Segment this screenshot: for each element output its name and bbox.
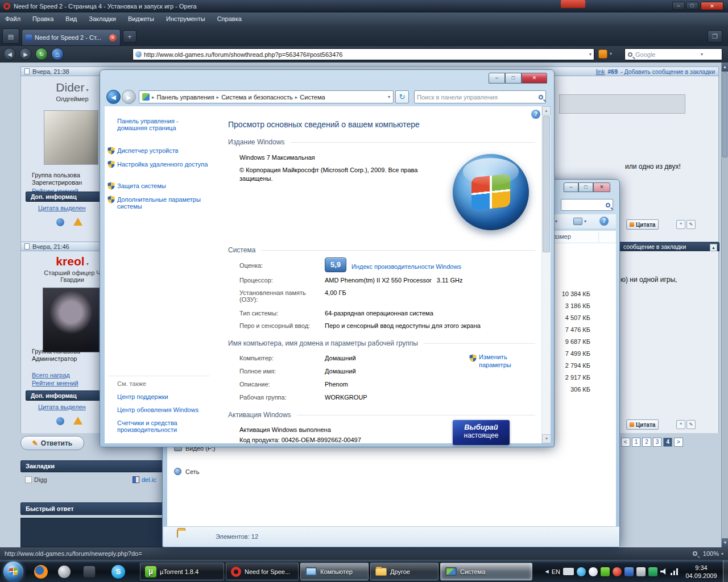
sidebar-item-control-panel-home[interactable]: Панель управления - домашняя страница [117,118,205,131]
column-divider[interactable] [598,232,599,242]
tray-icon[interactable] [636,567,646,576]
zoom-icon[interactable] [693,551,697,556]
rss-dropdown-icon[interactable]: ▾ [610,51,612,56]
prev-page-button[interactable]: < [621,438,630,447]
multiquote-icon[interactable]: ❝ [676,220,685,229]
menu-item-tools[interactable]: Инструменты [161,13,210,26]
help-button[interactable]: ? [531,110,540,119]
skype-icon[interactable] [111,565,125,579]
hidden-icons-button[interactable]: ◀ [545,569,549,574]
scrollbar-thumb[interactable] [543,116,550,252]
chevron-right-icon[interactable]: ▸ [217,94,220,100]
address-input[interactable] [144,51,587,58]
size-column-header[interactable]: Размер [549,233,595,240]
sidebar-item-advanced-settings[interactable]: Дополнительные параметры системы [117,196,208,210]
current-page-button[interactable]: 4 [663,438,672,447]
taskbar-button-other[interactable]: Другое [370,563,439,580]
scroll-down-icon[interactable]: ▼ [542,434,551,443]
edit-icon[interactable]: ✎ [686,420,696,429]
home-button[interactable]: ⌂ [51,48,64,60]
toolbar-overflow-icon[interactable]: ▾ [555,219,557,224]
views-dropdown-icon[interactable]: ▾ [584,219,586,224]
quick-launch-icon[interactable] [58,566,71,578]
system-search-box[interactable] [414,90,546,103]
warning-icon[interactable] [73,218,82,226]
scroll-top-icon[interactable]: ▲ [710,244,717,251]
change-settings-link[interactable]: параметры [479,361,511,368]
scroll-down-icon[interactable]: ▼ [722,538,728,547]
tray-icon[interactable] [577,567,586,576]
delicious-link[interactable]: del.ic [142,476,156,483]
scrollbar-thumb[interactable] [722,72,727,157]
firefox-icon[interactable] [34,565,48,579]
quote-button[interactable]: Цитата [626,419,659,430]
breadcrumb-system[interactable]: Система [300,94,325,101]
explorer-search-box[interactable] [561,199,613,211]
tab-need-for-speed[interactable]: Need for Speed 2 - Ст... × [22,29,121,46]
taskbar-button-opera[interactable]: Need for Spee... [226,563,299,580]
explorer-search-input[interactable] [564,202,603,209]
quick-launch-icon[interactable] [83,566,96,578]
zoom-dropdown-icon[interactable]: ▾ [721,551,723,556]
taskbar-button-utorrent[interactable]: µTorrent 1.8.4 [140,563,224,580]
tray-icon[interactable] [624,567,634,576]
url-field[interactable]: ▾ [133,48,594,60]
search-input[interactable] [635,51,698,58]
username-link[interactable]: kreol [56,255,84,268]
taskbar-button-system[interactable]: Система [440,563,532,580]
keyboard-layout-icon[interactable] [563,568,574,575]
menu-item-help[interactable]: Справка [212,13,247,26]
warning-icon[interactable] [73,417,82,425]
clock[interactable]: 9:34 04.09.2009 [681,564,721,580]
sidebar-item-support-center[interactable]: Центр поддержки [117,393,211,400]
menu-item-view[interactable]: Вид [60,13,82,26]
tray-icon[interactable] [589,567,598,576]
nav-item-network[interactable]: Сеть [185,468,239,475]
forward-button[interactable]: ▶ [122,90,136,104]
volume-icon[interactable] [660,568,668,575]
page-button[interactable]: 3 [653,438,662,447]
menu-item-bookmarks[interactable]: Закладки [84,13,121,26]
user-menu-icon[interactable]: ▾ [86,261,89,267]
scroll-up-icon[interactable]: ▲ [722,63,728,72]
start-button[interactable] [3,562,23,581]
digg-link[interactable]: Digg [34,476,47,483]
breadcrumb-control-panel[interactable]: Панель управления [157,94,214,101]
page-button[interactable]: 1 [632,438,641,447]
back-button[interactable]: ◀ [3,48,16,60]
close-button[interactable]: ✕ [522,73,547,84]
sidebar-item-remote-access[interactable]: Настройка удаленного доступа [117,161,208,168]
close-button[interactable]: ✕ [701,2,723,10]
menu-item-file[interactable]: Файл [0,13,26,26]
rss-icon[interactable] [598,49,607,59]
network-icon[interactable] [671,568,679,575]
menu-item-edit[interactable]: Правка [27,13,59,26]
back-button[interactable]: ◀ [106,90,121,104]
close-button[interactable]: ✕ [593,182,610,192]
maximize-button[interactable]: □ [578,182,593,192]
minimize-button[interactable]: – [564,182,578,192]
permalink[interactable]: link [596,68,605,75]
forward-button[interactable]: ▶ [19,48,32,60]
next-page-button[interactable]: > [674,438,683,447]
page-scrollbar[interactable]: ▲ ▼ [721,63,728,547]
show-desktop-button[interactable] [723,560,728,582]
minimize-button[interactable]: – [672,2,685,10]
views-icon[interactable] [573,218,582,225]
multiquote-icon[interactable]: ❝ [676,420,685,429]
page-button[interactable]: 2 [642,438,651,447]
help-icon[interactable]: ? [599,217,609,226]
breadcrumb[interactable]: ▸ Панель управления ▸ Система и безопасн… [139,90,394,103]
reply-button[interactable]: ✎ Ответить [20,436,84,450]
maximize-button[interactable]: □ [505,73,522,84]
breadcrumb-dropdown-icon[interactable]: ▾ [388,94,390,99]
quote-button[interactable]: Цитата [626,219,659,230]
sidebar-item-device-manager[interactable]: Диспетчер устройств [117,147,211,154]
zoom-level[interactable]: 100% [703,550,719,557]
edit-icon[interactable]: ✎ [686,220,696,229]
new-tab-button[interactable]: + [123,30,136,43]
scroll-up-icon[interactable]: ▲ [542,106,551,115]
sidebar-item-windows-update[interactable]: Центр обновления Windows [117,406,217,413]
add-bookmark-link[interactable]: - Добавить сообщение в закладки [621,68,715,75]
minimize-button[interactable]: – [489,73,505,84]
